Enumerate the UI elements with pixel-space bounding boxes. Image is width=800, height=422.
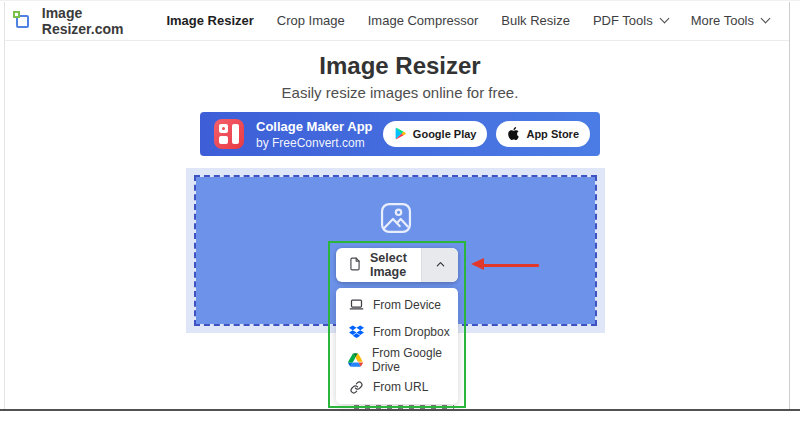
promo-byline: by FreeConvert.com: [256, 136, 373, 150]
header: Image Resizer.com Image ResizerCrop Imag…: [5, 1, 789, 41]
device-icon: [348, 297, 364, 312]
nav-item-label: Image Compressor: [368, 13, 479, 28]
image-placeholder-icon: [377, 199, 415, 241]
google-play-button[interactable]: Google Play: [383, 121, 488, 147]
dropbox-icon: [348, 324, 364, 339]
select-image-menu: From DeviceFrom DropboxFrom Google Drive…: [336, 288, 458, 404]
menu-item-label: From Dropbox: [373, 325, 450, 339]
app-store-label: App Store: [526, 128, 579, 140]
nav-item-label: Bulk Resize: [501, 13, 570, 28]
viewport-edge-bottom: [0, 409, 800, 411]
promo-banner[interactable]: Collage Maker App by FreeConvert.com Goo…: [200, 112, 600, 156]
nav-item-image-compressor[interactable]: Image Compressor: [368, 13, 479, 28]
nav-item-label: PDF Tools: [593, 13, 653, 28]
select-image-label: Select Image: [370, 251, 421, 279]
site-logo[interactable]: Image Resizer.com: [13, 5, 166, 37]
nav-item-bulk-resize[interactable]: Bulk Resize: [501, 13, 570, 28]
select-image-button[interactable]: Select Image: [336, 248, 458, 282]
google-play-label: Google Play: [413, 128, 477, 140]
app-store-button[interactable]: App Store: [496, 121, 590, 147]
menu-item-label: From URL: [373, 380, 428, 394]
chevron-down-icon: [761, 14, 771, 24]
resize-logo-icon: [13, 11, 33, 31]
menu-item-from-url[interactable]: From URL: [336, 374, 458, 401]
nav-item-image-resizer[interactable]: Image Resizer: [166, 13, 253, 28]
main-nav: Image ResizerCrop ImageImage CompressorB…: [166, 13, 769, 28]
annotation-arrow-head-icon: [471, 258, 484, 270]
menu-item-label: From Google Drive: [372, 346, 458, 374]
promo-app-name: Collage Maker App: [256, 119, 373, 134]
store-buttons: Google Play App Store: [383, 121, 592, 147]
site-logo-text: Image Resizer.com: [42, 5, 167, 37]
google-drive-icon: [348, 353, 363, 367]
apple-icon: [507, 127, 520, 142]
google-play-icon: [394, 127, 407, 142]
nav-item-pdf-tools[interactable]: PDF Tools: [593, 13, 668, 28]
chevron-up-icon: [435, 256, 446, 274]
nav-item-label: Crop Image: [277, 13, 345, 28]
nav-item-label: More Tools: [691, 13, 754, 28]
page-subtitle: Easily resize images online for free.: [0, 84, 800, 101]
link-icon: [348, 381, 364, 394]
clipped-text-fragment: [354, 405, 454, 409]
nav-item-more-tools[interactable]: More Tools: [691, 13, 769, 28]
page-title: Image Resizer: [0, 52, 800, 80]
menu-item-from-dropbox[interactable]: From Dropbox: [336, 318, 458, 345]
collage-maker-app-icon: [214, 119, 244, 149]
chevron-down-icon: [659, 14, 669, 24]
menu-item-from-google-drive[interactable]: From Google Drive: [336, 346, 458, 374]
annotation-arrow: [483, 264, 539, 267]
menu-item-label: From Device: [373, 298, 441, 312]
file-icon: [348, 257, 362, 274]
nav-item-crop-image[interactable]: Crop Image: [277, 13, 345, 28]
select-image-caret[interactable]: [421, 248, 458, 282]
page: Image Resizer.com Image ResizerCrop Imag…: [0, 0, 800, 422]
nav-item-label: Image Resizer: [166, 13, 253, 28]
menu-item-from-device[interactable]: From Device: [336, 291, 458, 318]
